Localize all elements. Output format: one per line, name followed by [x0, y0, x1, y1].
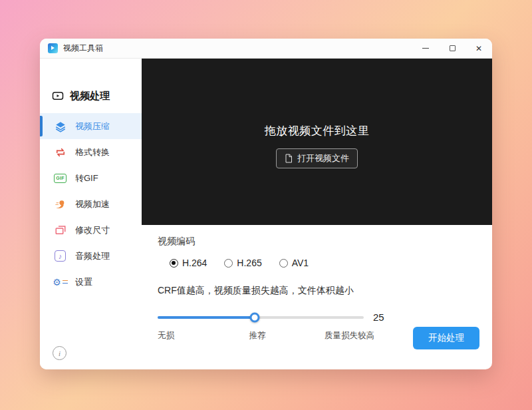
- encoding-label: 视频编码: [158, 236, 492, 248]
- sidebar-item-label: 格式转换: [75, 146, 110, 158]
- scale-label-lossless: 无损: [158, 330, 174, 341]
- scale-label-high-loss: 质量损失较高: [325, 330, 374, 341]
- radio-label: H.265: [237, 258, 261, 268]
- sidebar-item-format-convert[interactable]: 格式转换: [40, 139, 142, 165]
- sidebar-item-video-compress[interactable]: 视频压缩: [40, 113, 142, 139]
- compression-settings-panel: 视频编码 H.264 H.265 AV1 CRF值越高，视频质: [142, 225, 492, 369]
- crf-value: 25: [373, 311, 384, 323]
- sidebar-item-label: 音频处理: [75, 250, 110, 262]
- sidebar-item-label: 视频加速: [75, 198, 110, 210]
- app-window: 视频工具箱 ✕ 视频处理 视频压缩: [40, 39, 492, 369]
- radio-label: AV1: [292, 258, 309, 268]
- sidebar-header-label: 视频处理: [70, 90, 110, 102]
- window-title: 视频工具箱: [63, 43, 103, 54]
- scale-label-recommended: 推荐: [249, 330, 266, 341]
- open-video-file-button[interactable]: 打开视频文件: [276, 148, 358, 168]
- minimize-icon: [422, 48, 429, 49]
- open-video-file-label: 打开视频文件: [297, 152, 349, 164]
- radio-circle: [224, 259, 233, 268]
- audio-note-icon: ♪: [54, 250, 66, 262]
- main-area: 拖放视频文件到这里 打开视频文件 视频编码 H.264 H.265: [142, 59, 492, 369]
- sidebar-header: 视频处理: [40, 87, 142, 105]
- gear-icon: ⚙: [54, 276, 66, 288]
- sidebar-item-resize[interactable]: 修改尺寸: [40, 217, 142, 243]
- radio-h264[interactable]: H.264: [170, 258, 207, 268]
- maximize-button[interactable]: [439, 39, 466, 58]
- sidebar-item-video-speed[interactable]: 视频加速: [40, 191, 142, 217]
- video-camera-icon: [51, 90, 64, 102]
- close-button[interactable]: ✕: [466, 39, 492, 58]
- file-icon: [285, 154, 293, 163]
- slider-fill: [158, 316, 255, 319]
- radio-label: H.264: [182, 258, 207, 268]
- sidebar-item-audio[interactable]: ♪ 音频处理: [40, 243, 142, 269]
- video-drop-zone[interactable]: 拖放视频文件到这里 打开视频文件: [142, 59, 492, 225]
- radio-circle-checked: [170, 259, 178, 268]
- start-processing-button[interactable]: 开始处理: [413, 327, 479, 349]
- crf-slider-row: 25: [158, 311, 492, 323]
- radio-h265[interactable]: H.265: [224, 258, 261, 268]
- title-bar[interactable]: 视频工具箱 ✕: [40, 39, 492, 59]
- maximize-icon: [450, 45, 456, 51]
- crf-scale-labels: 无损 推荐 质量损失较高: [158, 330, 374, 341]
- crf-description: CRF值越高，视频质量损失越高，文件体积越小: [158, 285, 492, 297]
- drop-zone-title: 拖放视频文件到这里: [265, 123, 370, 138]
- crf-slider[interactable]: [158, 316, 364, 319]
- radio-circle: [279, 259, 288, 268]
- sidebar-item-label: 转GIF: [75, 172, 98, 184]
- convert-arrows-icon: [54, 146, 66, 158]
- info-button[interactable]: i: [53, 346, 66, 360]
- window-controls: ✕: [412, 39, 492, 58]
- resize-icon: [54, 224, 66, 236]
- sidebar-item-label: 设置: [75, 276, 92, 288]
- sidebar: 视频处理 视频压缩 格式转换 GIF 转GIF: [40, 59, 142, 369]
- close-icon: ✕: [475, 44, 482, 53]
- speed-rocket-icon: [54, 198, 66, 210]
- info-icon: i: [59, 349, 61, 357]
- sidebar-item-label: 修改尺寸: [75, 224, 110, 236]
- sidebar-item-to-gif[interactable]: GIF 转GIF: [40, 165, 142, 191]
- minimize-button[interactable]: [412, 39, 439, 58]
- layers-icon: [54, 120, 66, 132]
- radio-av1[interactable]: AV1: [279, 258, 309, 268]
- sidebar-item-settings[interactable]: ⚙ 设置: [40, 269, 142, 295]
- sidebar-item-label: 视频压缩: [75, 120, 110, 132]
- gif-badge-icon: GIF: [54, 172, 66, 184]
- encoding-radio-group: H.264 H.265 AV1: [170, 258, 492, 268]
- desktop-background: { "window": { "title": "视频工具箱", "control…: [0, 0, 532, 410]
- app-logo-icon: [48, 43, 58, 53]
- slider-thumb[interactable]: [249, 312, 259, 322]
